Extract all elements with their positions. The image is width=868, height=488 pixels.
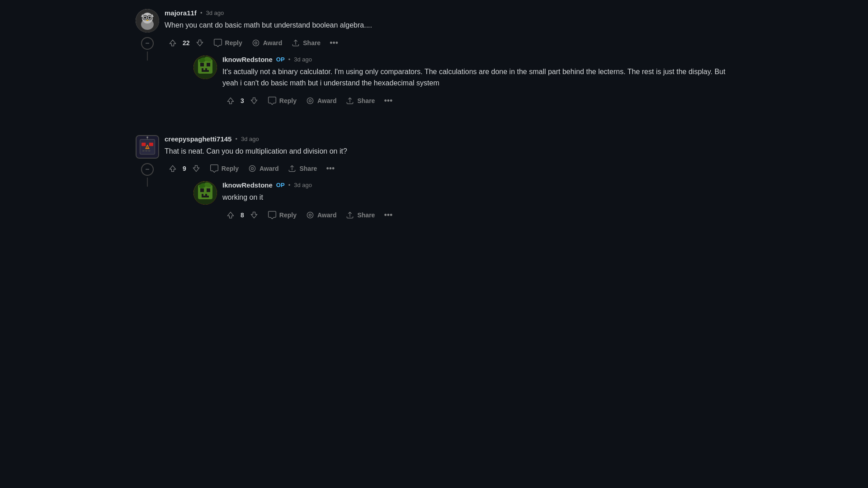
collapse-thread-2-btn[interactable]: −	[141, 163, 154, 176]
reply-label-r1: Reply	[279, 97, 297, 104]
award-icon-1	[251, 38, 260, 47]
reply-icon-1	[213, 38, 222, 47]
svg-rect-16	[207, 63, 210, 66]
reply-content-iknow-1: IknowRedstone OP • 3d ago It's actually …	[222, 56, 732, 108]
comment-content-2: creepyspaghetti7145 • 3d ago That is nea…	[159, 135, 732, 222]
upvote-btn-1[interactable]	[165, 36, 181, 50]
reply-btn-r2[interactable]: Reply	[264, 208, 300, 222]
reply-thread-2: IknowRedstone OP • 3d ago working on it	[193, 181, 732, 222]
share-btn-r1[interactable]: Share	[342, 94, 378, 108]
share-btn-2[interactable]: Share	[284, 161, 321, 176]
svg-point-6	[144, 17, 146, 19]
svg-point-33	[146, 136, 148, 138]
action-bar-1: 22 Reply	[165, 36, 732, 50]
reply-btn-r1[interactable]: Reply	[264, 94, 300, 108]
svg-point-46	[309, 214, 311, 216]
more-dots-1: •••	[330, 39, 338, 47]
share-icon-1	[291, 38, 300, 47]
upvote-icon-r1	[226, 96, 235, 105]
thread-left-1: −	[136, 9, 159, 61]
spacer-between-comments	[136, 122, 732, 135]
comment-thread-1: − majora11f • 3d ago When you cant do ba…	[136, 9, 732, 108]
reply-text-iknow-1: It's actually not a binary calculator. I…	[222, 66, 732, 89]
reply-timestamp-iknow-2: 3d ago	[294, 182, 312, 188]
award-btn-1[interactable]: Award	[248, 36, 286, 50]
comment-thread-2: − creepyspaghetti7145 • 3d ago That is n…	[136, 135, 732, 222]
svg-point-7	[149, 17, 151, 19]
reply-btn-2[interactable]: Reply	[206, 161, 242, 176]
svg-rect-31	[148, 150, 151, 151]
award-icon-r2	[306, 211, 315, 220]
downvote-icon-r1	[250, 96, 259, 105]
svg-point-22	[307, 98, 313, 103]
reply-meta-iknow-2: IknowRedstone OP • 3d ago	[222, 181, 732, 189]
reply-avatar-iknow-2	[193, 181, 217, 222]
op-badge-1: OP	[276, 56, 285, 63]
downvote-btn-r1[interactable]	[246, 94, 262, 108]
comment-text-2: That is neat. Can you do multiplication …	[165, 145, 707, 157]
share-label-r1: Share	[357, 97, 375, 104]
share-btn-1[interactable]: Share	[288, 36, 324, 50]
award-btn-r2[interactable]: Award	[302, 208, 340, 222]
svg-rect-39	[207, 188, 210, 192]
vote-count-r1: 3	[241, 97, 244, 104]
svg-rect-41	[205, 194, 207, 196]
downvote-icon-1	[195, 38, 204, 47]
timestamp-2: 3d ago	[241, 136, 259, 142]
svg-rect-15	[200, 63, 204, 66]
thread-left-2: −	[136, 135, 159, 187]
reply-label-2: Reply	[222, 165, 239, 172]
dot-sep-r2: •	[288, 182, 291, 188]
award-label-1: Award	[263, 39, 283, 47]
upvote-icon-1	[168, 38, 177, 47]
svg-point-12	[255, 42, 257, 44]
share-icon-r1	[345, 96, 354, 105]
upvote-btn-r1[interactable]	[222, 94, 239, 108]
more-btn-2[interactable]: •••	[322, 162, 338, 175]
vote-count-r2: 8	[241, 211, 244, 219]
reply-avatar-iknow-1	[193, 56, 217, 108]
more-btn-1[interactable]: •••	[326, 36, 342, 50]
reply-btn-1[interactable]: Reply	[210, 36, 246, 50]
upvote-btn-2[interactable]	[165, 161, 181, 176]
dot-sep-1: •	[200, 9, 203, 16]
award-label-2: Award	[259, 165, 279, 172]
svg-rect-40	[202, 194, 203, 196]
downvote-btn-2[interactable]	[188, 161, 204, 176]
svg-rect-27	[149, 143, 153, 146]
avatar-iknowredstone-1	[193, 56, 217, 79]
more-btn-r1[interactable]: •••	[380, 94, 396, 108]
svg-rect-42	[202, 196, 209, 197]
reply-action-bar-1: 3 Reply	[222, 94, 732, 108]
svg-point-34	[249, 166, 255, 172]
reply-text-iknow-2: working on it	[222, 192, 732, 203]
svg-rect-38	[200, 188, 204, 192]
comment-meta-1: majora11f • 3d ago	[165, 9, 732, 17]
vote-count-1: 22	[183, 39, 190, 47]
svg-rect-25	[140, 139, 155, 154]
reply-icon-2	[210, 164, 219, 173]
comment-meta-2: creepyspaghetti7145 • 3d ago	[165, 135, 732, 143]
downvote-icon-r2	[250, 211, 259, 220]
svg-point-28	[147, 147, 148, 148]
award-btn-2[interactable]: Award	[244, 161, 283, 176]
svg-rect-29	[142, 150, 145, 151]
vote-count-2: 9	[183, 165, 186, 172]
svg-rect-30	[145, 150, 147, 151]
collapse-thread-1-btn[interactable]: −	[141, 37, 154, 50]
action-bar-2: 9 Reply	[165, 161, 732, 176]
thread-line-2	[147, 178, 148, 187]
more-dots-r1: •••	[384, 97, 392, 105]
reply-action-bar-2: 8 Reply	[222, 208, 732, 222]
downvote-icon-2	[192, 164, 201, 173]
comment-text-1: When you cant do basic math but understa…	[165, 19, 707, 31]
upvote-icon-r2	[226, 211, 235, 220]
reply-label-1: Reply	[225, 39, 242, 47]
share-btn-r2[interactable]: Share	[342, 208, 378, 222]
svg-rect-17	[202, 68, 203, 70]
more-btn-r2[interactable]: •••	[380, 208, 396, 222]
upvote-btn-r2[interactable]	[222, 208, 239, 222]
downvote-btn-r2[interactable]	[246, 208, 262, 222]
downvote-btn-1[interactable]	[192, 36, 208, 50]
award-btn-r1[interactable]: Award	[302, 94, 340, 108]
